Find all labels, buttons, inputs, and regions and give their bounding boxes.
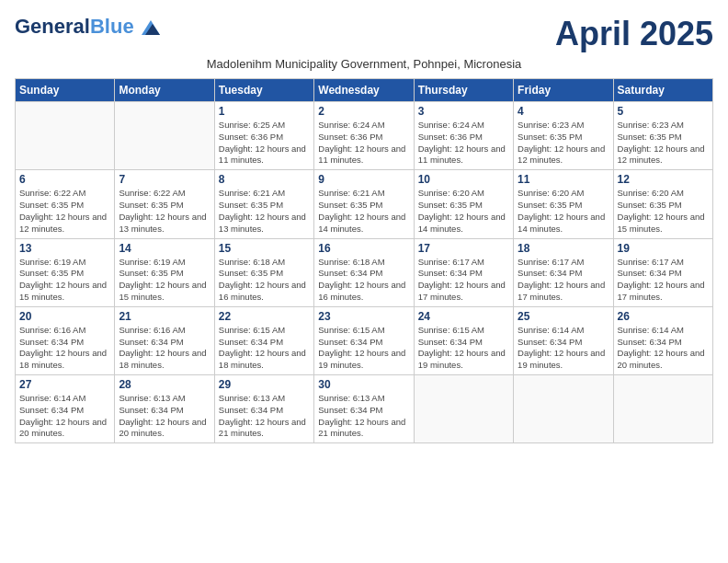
day-info: Sunrise: 6:22 AM Sunset: 6:35 PM Dayligh… (119, 188, 210, 235)
calendar-cell: 24Sunrise: 6:15 AM Sunset: 6:34 PM Dayli… (414, 306, 513, 374)
calendar-cell: 16Sunrise: 6:18 AM Sunset: 6:34 PM Dayli… (314, 238, 414, 306)
day-info: Sunrise: 6:19 AM Sunset: 6:35 PM Dayligh… (19, 257, 110, 304)
calendar-cell: 1Sunrise: 6:25 AM Sunset: 6:36 PM Daylig… (214, 102, 313, 170)
day-info: Sunrise: 6:23 AM Sunset: 6:35 PM Dayligh… (618, 120, 709, 167)
day-info: Sunrise: 6:21 AM Sunset: 6:35 PM Dayligh… (318, 188, 409, 235)
day-info: Sunrise: 6:15 AM Sunset: 6:34 PM Dayligh… (219, 325, 310, 372)
day-number: 2 (318, 105, 409, 118)
calendar-week-3: 13Sunrise: 6:19 AM Sunset: 6:35 PM Dayli… (16, 238, 713, 306)
calendar-cell: 22Sunrise: 6:15 AM Sunset: 6:34 PM Dayli… (214, 306, 313, 374)
calendar-cell: 15Sunrise: 6:18 AM Sunset: 6:35 PM Dayli… (214, 238, 313, 306)
calendar-week-4: 20Sunrise: 6:16 AM Sunset: 6:34 PM Dayli… (16, 306, 713, 374)
calendar-cell: 23Sunrise: 6:15 AM Sunset: 6:34 PM Dayli… (314, 306, 414, 374)
calendar-week-5: 27Sunrise: 6:14 AM Sunset: 6:34 PM Dayli… (16, 375, 713, 443)
calendar-cell: 3Sunrise: 6:24 AM Sunset: 6:36 PM Daylig… (414, 102, 513, 170)
calendar-cell: 14Sunrise: 6:19 AM Sunset: 6:35 PM Dayli… (115, 238, 214, 306)
logo: GeneralBlue (15, 15, 160, 39)
day-info: Sunrise: 6:17 AM Sunset: 6:34 PM Dayligh… (518, 257, 609, 304)
day-info: Sunrise: 6:24 AM Sunset: 6:36 PM Dayligh… (318, 120, 409, 167)
calendar-cell: 8Sunrise: 6:21 AM Sunset: 6:35 PM Daylig… (214, 170, 313, 238)
day-number: 15 (219, 242, 310, 255)
day-number: 25 (518, 310, 609, 323)
calendar-cell: 12Sunrise: 6:20 AM Sunset: 6:35 PM Dayli… (613, 170, 712, 238)
day-info: Sunrise: 6:16 AM Sunset: 6:34 PM Dayligh… (119, 325, 210, 372)
calendar-cell: 25Sunrise: 6:14 AM Sunset: 6:34 PM Dayli… (514, 306, 613, 374)
day-info: Sunrise: 6:24 AM Sunset: 6:36 PM Dayligh… (418, 120, 509, 167)
weekday-header-wednesday: Wednesday (314, 79, 414, 102)
day-number: 24 (418, 310, 509, 323)
calendar-cell: 18Sunrise: 6:17 AM Sunset: 6:34 PM Dayli… (514, 238, 613, 306)
day-info: Sunrise: 6:14 AM Sunset: 6:34 PM Dayligh… (618, 325, 709, 372)
day-number: 29 (219, 378, 310, 391)
calendar-table: SundayMondayTuesdayWednesdayThursdayFrid… (15, 78, 713, 443)
day-number: 19 (618, 242, 709, 255)
day-number: 21 (119, 310, 210, 323)
day-number: 17 (418, 242, 509, 255)
day-number: 23 (318, 310, 409, 323)
calendar-cell (613, 375, 712, 443)
day-info: Sunrise: 6:18 AM Sunset: 6:34 PM Dayligh… (318, 257, 409, 304)
day-number: 7 (119, 173, 210, 186)
day-info: Sunrise: 6:17 AM Sunset: 6:34 PM Dayligh… (618, 257, 709, 304)
day-info: Sunrise: 6:14 AM Sunset: 6:34 PM Dayligh… (518, 325, 609, 372)
day-number: 13 (19, 242, 110, 255)
day-info: Sunrise: 6:13 AM Sunset: 6:34 PM Dayligh… (219, 393, 310, 440)
day-info: Sunrise: 6:25 AM Sunset: 6:36 PM Dayligh… (219, 120, 310, 167)
day-info: Sunrise: 6:16 AM Sunset: 6:34 PM Dayligh… (19, 325, 110, 372)
month-title: April 2025 (555, 15, 713, 53)
day-number: 8 (219, 173, 310, 186)
day-number: 18 (518, 242, 609, 255)
day-number: 22 (219, 310, 310, 323)
calendar-cell: 30Sunrise: 6:13 AM Sunset: 6:34 PM Dayli… (314, 375, 414, 443)
calendar-cell: 28Sunrise: 6:13 AM Sunset: 6:34 PM Dayli… (115, 375, 214, 443)
calendar-cell: 27Sunrise: 6:14 AM Sunset: 6:34 PM Dayli… (16, 375, 115, 443)
subtitle: Madolenihm Municipality Government, Pohn… (15, 57, 713, 71)
calendar-cell: 29Sunrise: 6:13 AM Sunset: 6:34 PM Dayli… (214, 375, 313, 443)
day-info: Sunrise: 6:20 AM Sunset: 6:35 PM Dayligh… (618, 188, 709, 235)
calendar-cell: 19Sunrise: 6:17 AM Sunset: 6:34 PM Dayli… (613, 238, 712, 306)
day-info: Sunrise: 6:23 AM Sunset: 6:35 PM Dayligh… (518, 120, 609, 167)
calendar-cell: 6Sunrise: 6:22 AM Sunset: 6:35 PM Daylig… (16, 170, 115, 238)
day-number: 16 (318, 242, 409, 255)
calendar-cell: 26Sunrise: 6:14 AM Sunset: 6:34 PM Dayli… (613, 306, 712, 374)
day-number: 26 (618, 310, 709, 323)
day-info: Sunrise: 6:15 AM Sunset: 6:34 PM Dayligh… (418, 325, 509, 372)
weekday-header-friday: Friday (514, 79, 613, 102)
weekday-header-saturday: Saturday (613, 79, 712, 102)
calendar-cell: 4Sunrise: 6:23 AM Sunset: 6:35 PM Daylig… (514, 102, 613, 170)
day-number: 11 (518, 173, 609, 186)
weekday-header-tuesday: Tuesday (214, 79, 313, 102)
calendar-cell (115, 102, 214, 170)
day-info: Sunrise: 6:15 AM Sunset: 6:34 PM Dayligh… (318, 325, 409, 372)
calendar-cell: 5Sunrise: 6:23 AM Sunset: 6:35 PM Daylig… (613, 102, 712, 170)
day-info: Sunrise: 6:20 AM Sunset: 6:35 PM Dayligh… (418, 188, 509, 235)
day-info: Sunrise: 6:13 AM Sunset: 6:34 PM Dayligh… (318, 393, 409, 440)
weekday-header-thursday: Thursday (414, 79, 513, 102)
day-number: 10 (418, 173, 509, 186)
calendar-week-2: 6Sunrise: 6:22 AM Sunset: 6:35 PM Daylig… (16, 170, 713, 238)
calendar-cell: 21Sunrise: 6:16 AM Sunset: 6:34 PM Dayli… (115, 306, 214, 374)
day-info: Sunrise: 6:21 AM Sunset: 6:35 PM Dayligh… (219, 188, 310, 235)
day-number: 3 (418, 105, 509, 118)
day-info: Sunrise: 6:19 AM Sunset: 6:35 PM Dayligh… (119, 257, 210, 304)
day-number: 5 (618, 105, 709, 118)
day-info: Sunrise: 6:14 AM Sunset: 6:34 PM Dayligh… (19, 393, 110, 440)
calendar-cell: 11Sunrise: 6:20 AM Sunset: 6:35 PM Dayli… (514, 170, 613, 238)
calendar-cell (414, 375, 513, 443)
day-info: Sunrise: 6:22 AM Sunset: 6:35 PM Dayligh… (19, 188, 110, 235)
calendar-cell: 17Sunrise: 6:17 AM Sunset: 6:34 PM Dayli… (414, 238, 513, 306)
day-number: 4 (518, 105, 609, 118)
weekday-header-sunday: Sunday (16, 79, 115, 102)
day-info: Sunrise: 6:20 AM Sunset: 6:35 PM Dayligh… (518, 188, 609, 235)
calendar-cell: 13Sunrise: 6:19 AM Sunset: 6:35 PM Dayli… (16, 238, 115, 306)
calendar-cell: 20Sunrise: 6:16 AM Sunset: 6:34 PM Dayli… (16, 306, 115, 374)
calendar-cell (16, 102, 115, 170)
calendar-cell: 10Sunrise: 6:20 AM Sunset: 6:35 PM Dayli… (414, 170, 513, 238)
calendar-cell (514, 375, 613, 443)
calendar-cell: 7Sunrise: 6:22 AM Sunset: 6:35 PM Daylig… (115, 170, 214, 238)
calendar-week-1: 1Sunrise: 6:25 AM Sunset: 6:36 PM Daylig… (16, 102, 713, 170)
day-number: 9 (318, 173, 409, 186)
day-number: 14 (119, 242, 210, 255)
day-number: 30 (318, 378, 409, 391)
day-number: 6 (19, 173, 110, 186)
